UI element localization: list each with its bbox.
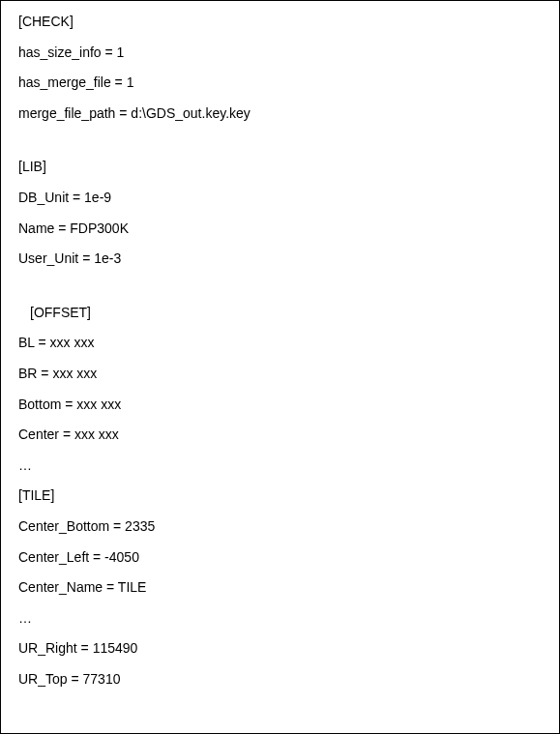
kv-ur-right: UR_Right = 115490 [18,639,542,659]
section-offset-header: [OFFSET] [18,304,542,323]
kv-has-size-info: has_size_info = 1 [18,44,542,63]
kv-name: Name = FDP300K [18,220,542,239]
kv-center: Center = xxx xxx [18,426,542,445]
kv-has-merge-file: has_merge_file = 1 [18,73,542,93]
ellipsis-tile: … [18,609,542,629]
section-tile-header: [TILE] [18,486,542,506]
kv-ur-top: UR_Top = 77310 [18,670,542,690]
ellipsis-offset: … [18,456,542,476]
section-lib-header: [LIB] [18,158,542,177]
kv-merge-file-path: merge_file_path = d:\GDS_out.key.key [18,104,542,124]
kv-center-name: Center_Name = TILE [18,578,542,598]
kv-center-bottom: Center_Bottom = 2335 [18,517,542,537]
kv-user-unit: User_Unit = 1e-3 [18,250,542,269]
blank-line [18,134,542,146]
kv-br: BR = xxx xxx [18,365,542,384]
kv-center-left: Center_Left = -4050 [18,548,542,568]
kv-db-unit: DB_Unit = 1e-9 [18,189,542,208]
kv-bottom: Bottom = xxx xxx [18,396,542,415]
section-check-header: [CHECK] [18,13,542,32]
kv-bl: BL = xxx xxx [18,334,542,353]
config-file-content: [CHECK] has_size_info = 1 has_merge_file… [0,0,560,734]
blank-line [18,280,542,292]
